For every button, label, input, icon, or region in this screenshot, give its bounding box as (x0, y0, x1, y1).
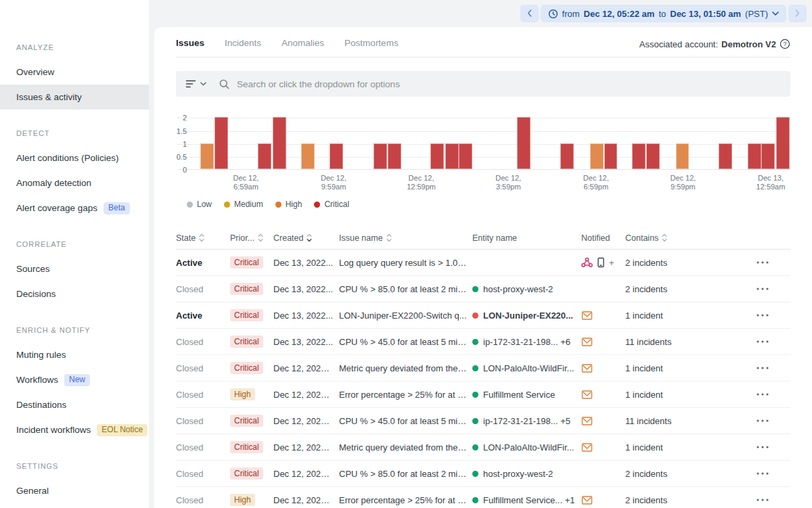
sidebar-item-muting-rules[interactable]: Muting rules (0, 342, 149, 367)
entity-name-link[interactable]: Fulfillment Service (483, 390, 555, 400)
column-header-issue-name[interactable]: Issue name (339, 233, 472, 243)
legend-item-low[interactable]: Low (187, 200, 212, 209)
issue-name-link[interactable]: CPU % > 45.0 for at least 5 min... (339, 416, 472, 426)
chart-bar-critical[interactable] (761, 143, 775, 169)
row-menu-button[interactable] (754, 364, 771, 372)
entity-name-link[interactable]: LON-Juniper-EX220... (483, 310, 573, 321)
chart-bar-critical[interactable] (560, 143, 574, 169)
issue-name-link[interactable]: Error percentage > 25% for at le... (339, 390, 472, 400)
row-menu-button[interactable] (754, 417, 771, 425)
table-row[interactable]: ClosedCriticalDec 12, 2022 ...Metric que… (176, 355, 790, 382)
chart-bar-critical[interactable] (459, 143, 472, 169)
entity-name-link[interactable]: LON-PaloAlto-WildFir... (483, 363, 574, 373)
sidebar-item-alert-conditions-policies[interactable]: Alert conditions (Policies) (0, 145, 149, 170)
row-menu-button[interactable] (754, 390, 771, 398)
entity-name-link[interactable]: LON-PaloAlto-WildFir... (483, 442, 574, 453)
chart-bar-critical[interactable] (258, 143, 271, 169)
issue-name-link[interactable]: Log query query result is > 1.0 f... (339, 258, 472, 268)
chart-bar-critical[interactable] (445, 143, 459, 169)
contains-cell: 2 incidents (625, 258, 734, 268)
tab-postmortems[interactable]: Postmortems (344, 38, 399, 48)
legend-item-critical[interactable]: Critical (314, 200, 349, 209)
chart-bar-critical[interactable] (748, 143, 761, 169)
sidebar-item-workflows[interactable]: WorkflowsNew (0, 367, 149, 392)
table-row[interactable]: ClosedCriticalDec 12, 2022 ...Metric que… (176, 434, 790, 461)
chart-bar-critical[interactable] (330, 143, 343, 169)
chart-bar-high[interactable] (590, 143, 604, 169)
chart-bar-high[interactable] (200, 143, 214, 169)
issue-name-link[interactable]: Error percentage > 25% for at le... (339, 495, 472, 505)
row-menu-cell (734, 258, 790, 267)
sidebar-item-overview[interactable]: Overview (0, 60, 149, 85)
tab-incidents[interactable]: Incidents (225, 38, 261, 48)
table-row[interactable]: ClosedHighDec 12, 2022 ...Error percenta… (176, 487, 790, 508)
sidebar-item-alert-coverage-gaps[interactable]: Alert coverage gapsBeta (0, 195, 149, 221)
sidebar-item-decisions[interactable]: Decisions (0, 281, 149, 306)
issue-name-link[interactable]: CPU % > 85.0 for at least 2 min... (339, 469, 472, 479)
entity-name-link[interactable]: host-proxy-west-2 (483, 469, 553, 479)
table-row[interactable]: ActiveCriticalDec 13, 2022...LON-Juniper… (176, 302, 790, 329)
entity-status-dot-green (472, 471, 478, 477)
row-menu-button[interactable] (754, 469, 771, 478)
row-menu-button[interactable] (754, 311, 771, 319)
entity-name-link[interactable]: host-proxy-west-2 (483, 284, 553, 294)
column-header-contains[interactable]: Contains (625, 233, 734, 243)
sidebar-item-destinations[interactable]: Destinations (0, 392, 149, 417)
row-menu-button[interactable] (754, 338, 771, 346)
sidebar-item-incident-workflows[interactable]: Incident workflowsEOL Notice (0, 417, 149, 442)
entity-name-link[interactable]: Fulfillment Service... +1 (483, 495, 574, 505)
issue-name-link[interactable]: CPU % > 45.0 for at least 5 min... (339, 337, 472, 347)
legend-item-high[interactable]: High (275, 200, 302, 209)
chart-y-tick-label: 2 (183, 114, 187, 122)
search-input[interactable] (235, 78, 781, 90)
issue-name-link[interactable]: CPU % > 85.0 for at least 2 min... (339, 284, 472, 294)
sidebar-item-issues-activity[interactable]: Issues & activity (0, 85, 149, 110)
chart-bar-critical[interactable] (776, 117, 790, 169)
column-header-created[interactable]: Created (273, 233, 339, 243)
chart-bar-critical[interactable] (517, 117, 531, 169)
sidebar-item-sources[interactable]: Sources (0, 256, 149, 281)
legend-item-medium[interactable]: Medium (224, 200, 263, 209)
issue-name-link[interactable]: Metric query deviated from the ... (339, 363, 472, 373)
chart-bar-critical[interactable] (719, 143, 732, 169)
chart-bar-high[interactable] (301, 143, 315, 169)
entity-name-link[interactable]: ip-172-31-21-198... +6 (483, 337, 570, 347)
chart-bar-critical[interactable] (430, 143, 444, 169)
chart-bar-critical[interactable] (388, 143, 401, 169)
table-row[interactable]: ActiveCriticalDec 13, 2022...Log query q… (176, 250, 790, 276)
time-range-timezone: (PST) (745, 9, 768, 19)
table-row[interactable]: ClosedCriticalDec 12, 2022 ...CPU % > 45… (176, 408, 790, 434)
row-menu-button[interactable] (754, 258, 771, 267)
column-header-prior[interactable]: Prior... (230, 233, 273, 243)
chart-bar-critical[interactable] (273, 117, 286, 169)
table-row[interactable]: ClosedCriticalDec 13, 2022...CPU % > 45.… (176, 329, 790, 355)
table-row[interactable]: ClosedCriticalDec 12, 2022 ...CPU % > 85… (176, 461, 790, 487)
chart-bar-critical[interactable] (632, 143, 646, 169)
priority-cell: High (230, 494, 273, 506)
time-range-prev-button[interactable] (520, 5, 539, 22)
entity-name-link[interactable]: ip-172-31-21-198... +5 (483, 416, 570, 426)
issue-name-link[interactable]: LON-Juniper-EX2200-Switch q... (339, 310, 472, 321)
time-range-next-button[interactable] (788, 5, 807, 22)
column-header-state[interactable]: State (176, 233, 230, 243)
tab-anomalies[interactable]: Anomalies (281, 38, 324, 48)
issue-name-link[interactable]: Metric query deviated from the ... (339, 442, 472, 453)
table-row[interactable]: ClosedHighDec 12, 2022 ...Error percenta… (176, 382, 790, 408)
chart-bar-critical[interactable] (646, 143, 660, 169)
row-menu-button[interactable] (754, 443, 771, 451)
column-header-label: Entity name (472, 233, 517, 243)
sidebar-item-general[interactable]: General (0, 478, 149, 503)
sort-icon (199, 233, 204, 242)
chart-bar-critical[interactable] (215, 117, 228, 169)
time-range-picker[interactable]: from Dec 12, 05:22 am to Dec 13, 01:50 a… (541, 5, 786, 22)
sidebar-item-anomaly-detection[interactable]: Anomaly detection (0, 170, 149, 195)
question-icon[interactable]: ? (780, 39, 790, 49)
row-menu-button[interactable] (754, 285, 771, 293)
row-menu-button[interactable] (754, 496, 771, 504)
tab-issues[interactable]: Issues (176, 38, 204, 48)
chart-bar-critical[interactable] (604, 143, 618, 169)
table-row[interactable]: ClosedCriticalDec 13, 2022...CPU % > 85.… (176, 276, 790, 302)
filter-dropdown-button[interactable] (185, 80, 206, 88)
chart-bar-high[interactable] (676, 143, 690, 169)
chart-bar-critical[interactable] (374, 143, 387, 169)
